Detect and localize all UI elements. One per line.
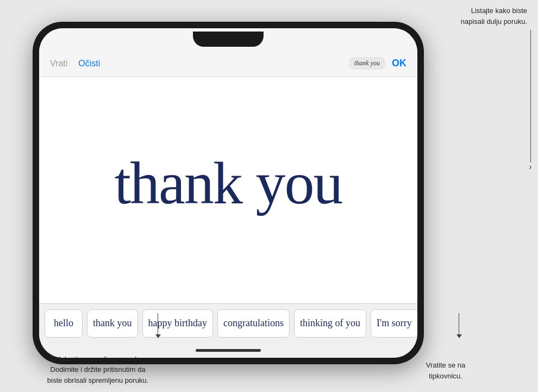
ocisti-button[interactable]: Očisti [78,59,100,69]
arrow-top-right: › [530,30,531,171]
suggestions-bar: hello thank you happy birthday congratul… [39,303,417,343]
home-bar [196,349,261,352]
bottom-right-arrow [459,313,459,335]
phrase-thank-you-text: thank you [93,318,132,329]
bottom-left-arrow [158,313,158,335]
bottom-left-line3: biste obrisali spremljenu poruku. [33,375,163,386]
phrase-im-sorry[interactable]: I'm sorry [371,309,417,338]
annotation-bottom-right: Vratite se na tipkovnicu. [402,360,489,381]
phrase-congratulations-text: congratulations [223,318,284,329]
bottom-right-line1: Vratite se na [402,360,489,371]
writing-area[interactable]: thank you [39,77,417,303]
ok-button[interactable]: OK [392,58,406,69]
phrase-im-sorry-text: I'm sorry [377,318,412,329]
phrase-thinking-of-you-text: thinking of you [300,318,360,329]
toolbar: Vrati Očisti thank you OK [39,50,417,77]
phrase-thank-you[interactable]: thank you [87,309,138,338]
phone-screen: Vrati Očisti thank you OK thank you hell… [39,28,417,358]
toolbar-left: Vrati Očisti [50,59,100,69]
vrati-button[interactable]: Vrati [50,59,67,69]
bottom-left-line1: Odaberite spremljenu poruku. [33,354,163,365]
chevron-right-icon: › [529,163,531,171]
phone-frame: Vrati Očisti thank you OK thank you hell… [33,22,424,364]
phrase-hello-text: hello [54,318,73,329]
annotation-bottom-left: Odaberite spremljenu poruku. Dodirnite i… [33,354,163,386]
toolbar-right: thank you OK [349,57,406,70]
phrase-congratulations[interactable]: congratulations [217,309,290,338]
notch [193,32,264,47]
phrase-thinking-of-you[interactable]: thinking of you [294,309,366,338]
status-bar [39,28,417,50]
phrase-happy-birthday[interactable]: happy birthday [142,309,213,338]
handwritten-text: thank you [115,149,342,218]
annotation-top-right-text: Listajte kako biste napisali dulju poruk… [461,7,527,26]
preview-bubble: thank you [349,57,385,70]
annotation-top-right: Listajte kako biste napisali dulju poruk… [418,5,527,27]
phrase-happy-birthday-text: happy birthday [148,318,207,329]
arrow-line [530,30,531,163]
phrase-hello[interactable]: hello [45,309,83,338]
bottom-left-line2: Dodirnite i držite pritisnutim da [33,364,163,375]
bottom-right-line2: tipkovnicu. [402,371,489,382]
